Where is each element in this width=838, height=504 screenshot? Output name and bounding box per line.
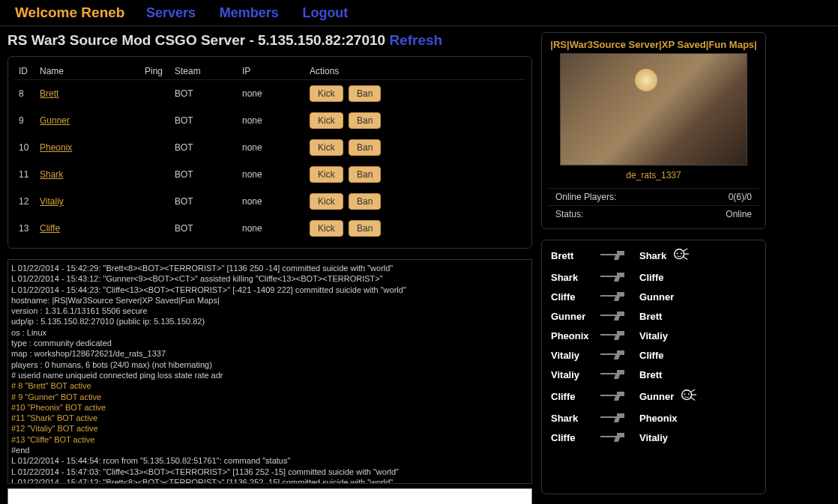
cell-steam: BOT xyxy=(170,215,238,242)
cell-ip: none xyxy=(238,80,305,108)
col-name: Name xyxy=(35,63,140,80)
cell-id: 9 xyxy=(14,107,35,134)
console-line: L 01/22/2014 - 15:43:12: "Gunner<9><BOT>… xyxy=(11,273,528,284)
player-link[interactable]: Cliffe xyxy=(40,223,60,234)
victim-name: Brett xyxy=(639,369,662,380)
killer-name: Brett xyxy=(551,250,594,261)
player-link[interactable]: Gunner xyxy=(40,115,70,126)
col-id: ID xyxy=(14,63,35,80)
console-line: hostname: |RS|War3Source Server|XP Saved… xyxy=(11,295,528,306)
victim-name: Shark xyxy=(639,250,666,261)
svg-point-3 xyxy=(682,390,692,400)
online-players-row: Online Players: 0(6)/0 xyxy=(548,188,759,205)
ban-button[interactable]: Ban xyxy=(349,139,381,156)
col-ping: Ping xyxy=(140,63,170,80)
console-line: #10 "Pheonix" BOT active xyxy=(11,402,528,413)
weapon-icon xyxy=(599,310,629,322)
victim-name: Brett xyxy=(639,311,662,322)
weapon-icon xyxy=(599,271,629,283)
kick-button[interactable]: Kick xyxy=(310,85,343,102)
cell-ip: none xyxy=(238,107,305,134)
ban-button[interactable]: Ban xyxy=(349,112,381,129)
command-input[interactable] xyxy=(7,488,532,504)
console-line: L 01/22/2014 - 15:42:29: "Brett<8><BOT><… xyxy=(11,263,528,273)
player-link[interactable]: Shark xyxy=(40,169,63,180)
ban-button[interactable]: Ban xyxy=(349,220,381,237)
map-image xyxy=(560,53,747,166)
console-line: # 9 "Gunner" BOT active xyxy=(11,392,528,402)
kick-button[interactable]: Kick xyxy=(310,112,343,129)
console-line: L 01/22/2014 - 15:47:03: "Cliffe<13><BOT… xyxy=(11,467,528,477)
server-title: |RS|War3Source Server|XP Saved|Fun Maps| xyxy=(548,39,759,50)
victim-name: Cliffe xyxy=(639,350,664,361)
killfeed-row: Shark Pheonix xyxy=(545,408,762,428)
cell-ip: none xyxy=(238,161,305,188)
killer-name: Shark xyxy=(551,413,594,424)
console-log[interactable]: L 01/22/2014 - 15:42:29: "Brett<8><BOT><… xyxy=(7,259,532,484)
svg-point-0 xyxy=(675,249,684,259)
table-row: 11 Shark BOT none Kick Ban xyxy=(14,161,525,188)
victim-name: Pheonix xyxy=(639,413,678,424)
killfeed-row: Vitaliy Cliffe xyxy=(545,345,762,365)
player-link[interactable]: Vitaliy xyxy=(40,196,64,207)
page-title: RS War3 Source Mod CSGO Server - 5.135.1… xyxy=(7,32,532,49)
killfeed-row: Vitaliy Brett xyxy=(545,365,762,384)
ban-button[interactable]: Ban xyxy=(349,193,381,210)
col-steam: Steam xyxy=(170,63,238,80)
weapon-icon xyxy=(599,368,629,380)
table-row: 12 Vitaliy BOT none Kick Ban xyxy=(14,188,525,215)
console-line: L 01/22/2014 - 15:47:12: "Brett<8><BOT><… xyxy=(11,477,528,484)
table-row: 10 Pheonix BOT none Kick Ban xyxy=(14,134,525,161)
kick-button[interactable]: Kick xyxy=(310,220,343,237)
refresh-link[interactable]: Refresh xyxy=(389,32,442,48)
ban-button[interactable]: Ban xyxy=(349,85,381,102)
console-line: type : community dedicated xyxy=(11,338,528,348)
cell-ip: none xyxy=(238,134,305,161)
killfeed-panel[interactable]: Brett Shark Shark Cliffe Cliffe Gunner G… xyxy=(541,240,766,494)
cell-steam: BOT xyxy=(170,188,238,215)
console-line: #12 "Vitaliy" BOT active xyxy=(11,423,528,434)
svg-point-1 xyxy=(677,252,678,254)
cell-ping xyxy=(140,215,170,242)
svg-point-4 xyxy=(684,393,686,395)
player-link[interactable]: Brett xyxy=(40,88,58,99)
weapon-icon xyxy=(599,249,629,261)
killfeed-row: Cliffe Gunner xyxy=(545,384,762,408)
table-row: 9 Gunner BOT none Kick Ban xyxy=(14,107,525,134)
headshot-icon xyxy=(680,388,696,404)
weapon-icon xyxy=(599,390,629,402)
killer-name: Cliffe xyxy=(551,391,594,402)
players-panel: ID Name Ping Steam IP Actions 8 Brett BO… xyxy=(7,56,532,249)
cell-ping xyxy=(140,161,170,188)
player-link[interactable]: Pheonix xyxy=(40,142,72,153)
victim-name: Vitaliy xyxy=(639,432,668,443)
kick-button[interactable]: Kick xyxy=(310,139,343,156)
weapon-icon xyxy=(599,349,629,361)
console-line: os : Linux xyxy=(11,327,528,338)
col-ip: IP xyxy=(238,63,305,80)
kick-button[interactable]: Kick xyxy=(310,166,343,183)
killer-name: Vitaliy xyxy=(551,350,594,361)
header: Welcome Reneb Servers Members Logout xyxy=(0,0,838,26)
table-row: 13 Cliffe BOT none Kick Ban xyxy=(14,215,525,242)
ban-button[interactable]: Ban xyxy=(349,166,381,183)
welcome-text: Welcome Reneb xyxy=(15,4,124,20)
cell-steam: BOT xyxy=(170,107,238,134)
killfeed-row: Pheonix Vitaliy xyxy=(545,326,762,345)
cell-steam: BOT xyxy=(170,161,238,188)
cell-id: 8 xyxy=(14,80,35,108)
nav-logout[interactable]: Logout xyxy=(302,5,348,20)
killfeed-row: Cliffe Vitaliy xyxy=(545,428,762,447)
kick-button[interactable]: Kick xyxy=(310,193,343,210)
cell-ping xyxy=(140,80,170,108)
col-actions: Actions xyxy=(305,63,525,80)
cell-ping xyxy=(140,188,170,215)
nav-members[interactable]: Members xyxy=(220,5,279,20)
online-players-value: 0(6)/0 xyxy=(729,192,752,202)
nav-servers[interactable]: Servers xyxy=(146,5,196,20)
cell-id: 11 xyxy=(14,161,35,188)
victim-name: Gunner xyxy=(639,391,674,402)
killer-name: Shark xyxy=(551,272,594,283)
cell-ping xyxy=(140,134,170,161)
console-line: players : 0 humans, 6 bots (24/0 max) (n… xyxy=(11,359,528,370)
